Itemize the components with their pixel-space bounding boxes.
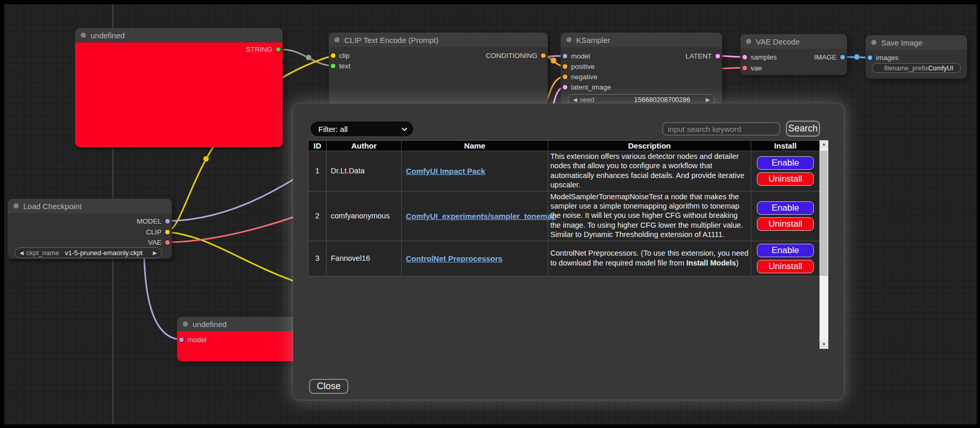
node-status-dot: [566, 37, 572, 42]
input-slot-clip: clip: [331, 50, 349, 61]
slot-dot[interactable]: [742, 66, 747, 70]
slot-dot[interactable]: [742, 55, 747, 60]
comfyui-app: undefined STRING CLIP Text Encode (Promp…: [0, 0, 980, 428]
seed-value: 156680208700286: [634, 96, 690, 104]
input-slot-samples: samples: [742, 52, 777, 62]
scroll-up-icon[interactable]: ▲: [820, 140, 828, 149]
enable-button[interactable]: Enable: [757, 244, 814, 257]
slot-dot[interactable]: [840, 55, 845, 60]
slot-dot[interactable]: [868, 55, 872, 60]
scrollbar-thumb[interactable]: [820, 151, 828, 276]
output-slot-model: MODEL: [137, 216, 170, 226]
input-slot-latent-image: latent_image: [563, 82, 611, 92]
output-slot-conditioning: CONDITIONING: [486, 50, 546, 61]
node-vae-decode[interactable]: VAE Decode samples vae IMAGE: [740, 34, 847, 75]
table-scrollbar[interactable]: ▲ ▼: [820, 140, 828, 349]
node-clip-text-encode[interactable]: CLIP Text Encode (Prompt) clip text COND…: [329, 33, 548, 106]
table-row: 3 Fannovel16 ControlNet Preprocessors Co…: [309, 241, 820, 276]
node-title: undefined: [91, 31, 125, 40]
slot-dot[interactable]: [715, 54, 720, 58]
node-status-dot: [81, 33, 86, 38]
extension-link[interactable]: ComfyUI Impact Pack: [406, 167, 485, 175]
node-status-dot: [183, 321, 188, 327]
arrow-right-icon[interactable]: ▶: [153, 250, 157, 256]
slot-dot[interactable]: [165, 219, 170, 224]
custom-nodes-manager-dialog: Filter: all Search ID Author Name Descri…: [293, 104, 844, 400]
node-save-image[interactable]: Save Image images filename_prefix ComfyU…: [866, 35, 967, 79]
table-header-row: ID Author Name Description Install: [309, 141, 820, 151]
output-slot-latent: LATENT: [685, 51, 720, 61]
node-title: Load Checkpoint: [23, 202, 82, 211]
uninstall-button[interactable]: Uninstall: [757, 217, 814, 231]
node-undefined-string[interactable]: undefined STRING: [75, 28, 283, 147]
node-title: CLIP Text Encode (Prompt): [344, 36, 438, 45]
input-slot-text: text: [331, 61, 350, 71]
node-load-checkpoint[interactable]: Load Checkpoint MODEL CLIP VAE ◀ ckpt_na…: [8, 199, 172, 259]
extensions-table: ID Author Name Description Install 1 Dr.…: [308, 140, 820, 276]
table-row: 1 Dr.Lt.Data ComfyUI Impact Pack This ex…: [309, 151, 820, 191]
slot-dot[interactable]: [563, 75, 567, 79]
output-slot-image: IMAGE: [814, 52, 845, 62]
uninstall-button[interactable]: Uninstall: [757, 260, 814, 273]
arrow-left-icon[interactable]: ◀: [573, 97, 577, 102]
node-title: undefined: [193, 320, 227, 329]
slot-dot[interactable]: [331, 64, 335, 68]
table-row: 2 comfyanonymous ComfyUI_experiments/sam…: [309, 191, 820, 241]
uninstall-button[interactable]: Uninstall: [757, 172, 814, 186]
slot-dot[interactable]: [563, 85, 567, 90]
slot-dot[interactable]: [563, 54, 567, 58]
slot-dot[interactable]: [563, 64, 567, 69]
input-slot-positive: positive: [563, 61, 595, 71]
input-slot-vae: vae: [742, 63, 762, 73]
slot-dot[interactable]: [331, 53, 335, 58]
input-slot-images: images: [868, 52, 899, 63]
node-status-dot: [871, 40, 876, 45]
close-button[interactable]: Close: [309, 379, 348, 394]
node-status-dot: [13, 203, 19, 209]
extension-link[interactable]: ControlNet Preprocessors: [406, 254, 503, 263]
enable-button[interactable]: Enable: [757, 201, 814, 215]
output-slot-string: STRING: [246, 44, 281, 54]
slot-dot[interactable]: [541, 53, 546, 58]
node-title: VAE Decode: [756, 37, 800, 46]
node-status-dot: [746, 39, 751, 44]
slot-dot[interactable]: [179, 337, 184, 342]
node-title: Save Image: [881, 38, 923, 47]
extension-link[interactable]: ComfyUI_experiments/sampler_tonemap: [406, 212, 557, 220]
filter-select[interactable]: Filter: all: [311, 122, 413, 136]
node-title: KSampler: [576, 36, 610, 45]
search-button[interactable]: Search: [786, 121, 820, 137]
node-ksampler[interactable]: KSampler model positive negative latent_…: [561, 33, 722, 106]
search-input[interactable]: [662, 122, 780, 136]
scroll-down-icon[interactable]: ▼: [820, 341, 828, 349]
ckpt-name-widget[interactable]: ◀ ckpt_name v1-5-pruned-emaonly.ckpt ▶: [14, 247, 162, 258]
input-slot-negative: negative: [563, 71, 597, 82]
input-slot-model: model: [563, 51, 590, 61]
filename-prefix-widget[interactable]: filename_prefix ComfyUI: [872, 63, 961, 73]
arrow-left-icon[interactable]: ◀: [20, 250, 24, 256]
output-slot-vae: VAE: [148, 237, 170, 247]
slot-dot[interactable]: [276, 47, 281, 52]
output-slot-clip: CLIP: [146, 227, 170, 237]
enable-button[interactable]: Enable: [757, 156, 814, 170]
node-undefined-model[interactable]: undefined model: [177, 317, 301, 361]
slot-dot[interactable]: [165, 230, 170, 234]
node-status-dot: [334, 37, 340, 42]
arrow-right-icon[interactable]: ▶: [706, 97, 710, 102]
slot-dot[interactable]: [165, 240, 170, 245]
filter-select-wrap: Filter: all: [311, 122, 413, 136]
input-slot-model: model: [179, 334, 207, 345]
